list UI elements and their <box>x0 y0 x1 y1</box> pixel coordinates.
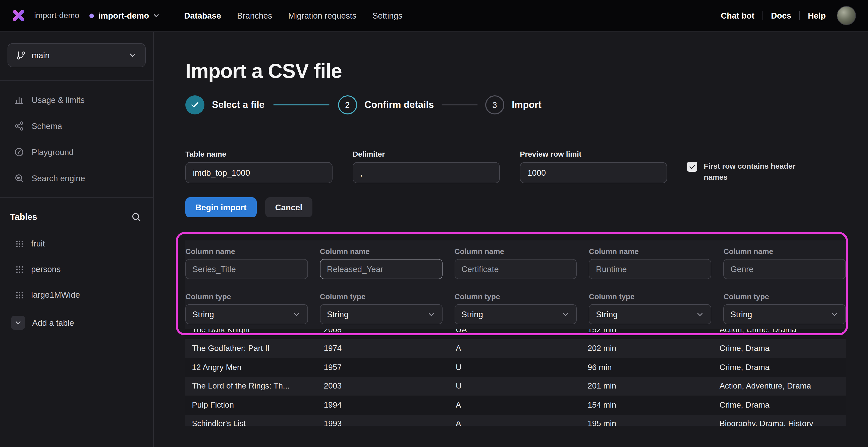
column-name-label: Column name <box>185 247 308 255</box>
sidebar-item-label: Search engine <box>32 173 85 183</box>
divider <box>763 11 763 20</box>
step-confirm-details: 2 Confirm details <box>338 95 434 114</box>
cell-genre: Biography, Drama, History <box>719 419 839 426</box>
cell-certificate: U <box>456 363 576 372</box>
branch-name: main <box>32 50 122 60</box>
column-type-select[interactable]: String <box>589 304 712 324</box>
sidebar-item-schema[interactable]: Schema <box>0 113 153 139</box>
selected-type: String <box>596 309 618 319</box>
column-config-certificate: Column name Column type String <box>454 247 577 324</box>
cell-runtime: 96 min <box>588 363 708 372</box>
cancel-button[interactable]: Cancel <box>265 197 312 217</box>
step-number: 2 <box>345 100 350 110</box>
column-type-label: Column type <box>723 292 846 301</box>
top-navbar: import-demo import-demo Database Branche… <box>0 0 868 32</box>
database-name: import-demo <box>98 11 149 20</box>
table-row[interactable]: The Godfather: Part II 1974 A 202 min Cr… <box>185 339 846 358</box>
table-row[interactable]: The Lord of the Rings: Th... 2003 U 201 … <box>185 377 846 396</box>
xata-logo-icon[interactable] <box>11 8 26 23</box>
cell-released-year: 1994 <box>324 401 443 410</box>
add-table-button[interactable]: Add a table <box>0 310 153 336</box>
user-avatar[interactable] <box>837 6 856 25</box>
table-row[interactable]: Pulp Fiction 1994 A 154 min Crime, Drama <box>185 396 846 414</box>
column-type-select[interactable]: String <box>320 304 442 324</box>
table-row[interactable]: 12 Angry Men 1957 U 96 min Crime, Drama <box>185 358 846 377</box>
table-grid-icon <box>15 239 24 248</box>
branch-selector[interactable]: main <box>7 43 146 67</box>
chevron-down-icon <box>830 310 839 318</box>
table-name-label: Table name <box>185 149 333 158</box>
sidebar-item-playground[interactable]: Playground <box>0 139 153 165</box>
docs-link[interactable]: Docs <box>771 11 792 20</box>
import-stepper: Select a file 2 Confirm details 3 Import <box>185 95 846 114</box>
chat-bot-link[interactable]: Chat bot <box>721 11 754 20</box>
table-item-label: fruit <box>31 239 45 248</box>
tab-settings[interactable]: Settings <box>372 11 402 20</box>
column-type-label: Column type <box>185 292 308 301</box>
header-row-checkbox-label[interactable]: First row contains header names <box>704 161 806 182</box>
step-connector <box>273 104 329 105</box>
column-type-select[interactable]: String <box>454 304 577 324</box>
sidebar: main Usage & limits Schema <box>0 32 154 447</box>
table-row[interactable]: The Dark Knight 2008 UA 152 min Action, … <box>185 329 846 339</box>
column-name-input[interactable] <box>320 259 442 279</box>
sidebar-table-fruit[interactable]: fruit <box>0 231 153 256</box>
sidebar-table-persons[interactable]: persons <box>0 256 153 282</box>
begin-import-button[interactable]: Begin import <box>185 197 257 217</box>
delimiter-input[interactable] <box>352 162 500 183</box>
tab-database[interactable]: Database <box>184 11 221 20</box>
cell-series-title: Pulp Fiction <box>192 401 312 410</box>
preview-row-limit-label: Preview row limit <box>520 149 667 158</box>
chevron-down-icon <box>292 310 301 318</box>
selected-type: String <box>192 309 214 319</box>
cell-series-title: The Dark Knight <box>192 329 312 334</box>
workspace-name[interactable]: import-demo <box>34 11 80 20</box>
header-row-checkbox[interactable] <box>687 162 697 172</box>
table-row[interactable]: Schindler's List 1993 A 195 min Biograph… <box>185 414 846 426</box>
step-select-a-file: Select a file <box>185 95 265 114</box>
sidebar-item-label: Schema <box>32 121 62 131</box>
tables-search-icon[interactable] <box>131 212 141 222</box>
topnav-right: Chat bot Docs Help <box>721 6 856 25</box>
help-link[interactable]: Help <box>808 11 826 20</box>
delimiter-label: Delimiter <box>352 149 500 158</box>
tab-branches[interactable]: Branches <box>237 11 272 20</box>
cell-series-title: Schindler's List <box>192 419 312 426</box>
import-form: Table name Delimiter Preview row limit F… <box>185 149 846 183</box>
sidebar-menu: Usage & limits Schema Playground Search … <box>0 81 153 197</box>
tables-heading: Tables <box>10 212 37 222</box>
column-config-runtime: Column name Column type String <box>589 247 712 324</box>
sidebar-item-label: Usage & limits <box>32 95 85 105</box>
column-name-input[interactable] <box>723 259 846 279</box>
cell-released-year: 1957 <box>324 363 443 372</box>
column-type-select[interactable]: String <box>723 304 846 324</box>
column-type-label: Column type <box>454 292 577 301</box>
column-name-input[interactable] <box>589 259 712 279</box>
page-title: Import a CSV file <box>185 60 846 82</box>
column-type-select[interactable]: String <box>185 304 308 324</box>
column-name-label: Column name <box>454 247 577 255</box>
table-name-field: Table name <box>185 149 333 183</box>
cell-runtime: 154 min <box>588 401 708 410</box>
cell-runtime: 152 min <box>588 329 708 334</box>
column-name-input[interactable] <box>185 259 308 279</box>
sidebar-item-search-engine[interactable]: Search engine <box>0 165 153 191</box>
tab-migration-requests[interactable]: Migration requests <box>288 11 356 20</box>
preview-row-limit-field: Preview row limit <box>520 149 667 183</box>
column-name-input[interactable] <box>454 259 577 279</box>
cell-genre: Action, Crime, Drama <box>719 329 839 334</box>
cell-certificate: A <box>456 344 576 353</box>
sidebar-item-usage-limits[interactable]: Usage & limits <box>0 87 153 113</box>
sidebar-table-large1mwide[interactable]: large1MWide <box>0 282 153 308</box>
column-config-released-year: Column name Column type String <box>320 247 442 324</box>
column-config-panel: Column name Column type String Column na… <box>185 240 846 329</box>
cell-certificate: A <box>456 419 576 426</box>
app-root: import-demo import-demo Database Branche… <box>0 0 868 447</box>
table-name-input[interactable] <box>185 162 333 183</box>
step-connector <box>441 104 478 105</box>
database-selector[interactable]: import-demo <box>89 11 160 20</box>
form-actions: Begin import Cancel <box>185 197 846 217</box>
primary-nav: Database Branches Migration requests Set… <box>184 11 402 20</box>
preview-row-limit-input[interactable] <box>520 162 667 183</box>
database-color-dot <box>89 13 94 18</box>
